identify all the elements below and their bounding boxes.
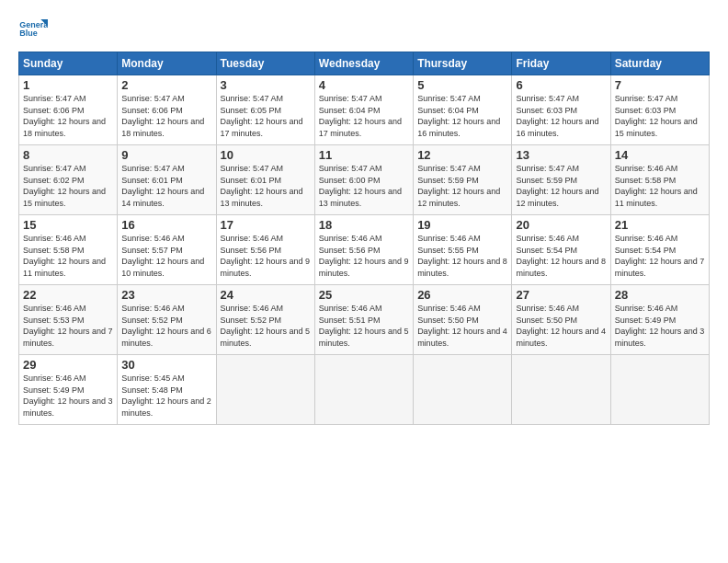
- col-header-thursday: Thursday: [414, 52, 512, 75]
- calendar-cell: 7 Sunrise: 5:47 AMSunset: 6:03 PMDayligh…: [610, 75, 709, 145]
- day-info: Sunrise: 5:46 AMSunset: 5:54 PMDaylight:…: [516, 234, 606, 278]
- calendar-cell: 22 Sunrise: 5:46 AMSunset: 5:53 PMDaylig…: [19, 285, 118, 355]
- day-number: 4: [319, 78, 409, 92]
- calendar-cell: 10 Sunrise: 5:47 AMSunset: 6:01 PMDaylig…: [216, 145, 314, 215]
- calendar-cell: 9 Sunrise: 5:47 AMSunset: 6:01 PMDayligh…: [118, 145, 216, 215]
- day-info: Sunrise: 5:46 AMSunset: 5:54 PMDaylight:…: [615, 234, 705, 278]
- day-info: Sunrise: 5:46 AMSunset: 5:58 PMDaylight:…: [23, 234, 106, 278]
- calendar-cell: [216, 355, 314, 425]
- calendar-cell: 19 Sunrise: 5:46 AMSunset: 5:55 PMDaylig…: [414, 215, 512, 285]
- logo: General Blue: [18, 15, 48, 44]
- calendar-cell: 29 Sunrise: 5:46 AMSunset: 5:49 PMDaylig…: [19, 355, 118, 425]
- day-info: Sunrise: 5:46 AMSunset: 5:56 PMDaylight:…: [221, 234, 311, 278]
- calendar-cell: 2 Sunrise: 5:47 AMSunset: 6:06 PMDayligh…: [118, 75, 216, 145]
- day-number: 11: [319, 148, 409, 162]
- day-info: Sunrise: 5:47 AMSunset: 6:04 PMDaylight:…: [417, 94, 500, 138]
- calendar-cell: 26 Sunrise: 5:46 AMSunset: 5:50 PMDaylig…: [414, 285, 512, 355]
- day-number: 14: [615, 148, 705, 162]
- calendar-cell: 30 Sunrise: 5:45 AMSunset: 5:48 PMDaylig…: [118, 355, 216, 425]
- svg-text:Blue: Blue: [19, 29, 37, 38]
- calendar-cell: 11 Sunrise: 5:47 AMSunset: 6:00 PMDaylig…: [314, 145, 413, 215]
- day-info: Sunrise: 5:46 AMSunset: 5:50 PMDaylight:…: [417, 304, 507, 348]
- day-info: Sunrise: 5:46 AMSunset: 5:58 PMDaylight:…: [615, 164, 698, 208]
- calendar-cell: 1 Sunrise: 5:47 AMSunset: 6:06 PMDayligh…: [19, 75, 118, 145]
- day-info: Sunrise: 5:47 AMSunset: 5:59 PMDaylight:…: [516, 164, 598, 208]
- day-number: 23: [121, 288, 211, 302]
- col-header-wednesday: Wednesday: [314, 52, 413, 75]
- day-info: Sunrise: 5:47 AMSunset: 6:06 PMDaylight:…: [23, 94, 106, 138]
- day-number: 17: [221, 218, 311, 232]
- day-info: Sunrise: 5:47 AMSunset: 6:06 PMDaylight:…: [121, 94, 204, 138]
- calendar-cell: 17 Sunrise: 5:46 AMSunset: 5:56 PMDaylig…: [216, 215, 314, 285]
- day-info: Sunrise: 5:47 AMSunset: 6:00 PMDaylight:…: [319, 164, 402, 208]
- day-number: 26: [417, 288, 507, 302]
- day-number: 19: [417, 218, 507, 232]
- calendar-cell: [512, 355, 610, 425]
- calendar-cell: 21 Sunrise: 5:46 AMSunset: 5:54 PMDaylig…: [610, 215, 709, 285]
- day-number: 20: [516, 218, 606, 232]
- day-info: Sunrise: 5:46 AMSunset: 5:49 PMDaylight:…: [615, 304, 705, 348]
- calendar-cell: [414, 355, 512, 425]
- calendar-cell: 12 Sunrise: 5:47 AMSunset: 5:59 PMDaylig…: [414, 145, 512, 215]
- day-info: Sunrise: 5:46 AMSunset: 5:56 PMDaylight:…: [319, 234, 409, 278]
- calendar-cell: 5 Sunrise: 5:47 AMSunset: 6:04 PMDayligh…: [414, 75, 512, 145]
- day-number: 2: [121, 78, 211, 92]
- day-info: Sunrise: 5:46 AMSunset: 5:49 PMDaylight:…: [23, 373, 113, 418]
- day-number: 27: [516, 288, 606, 302]
- day-number: 12: [417, 148, 507, 162]
- day-number: 10: [221, 148, 311, 162]
- calendar-cell: 16 Sunrise: 5:46 AMSunset: 5:57 PMDaylig…: [118, 215, 216, 285]
- day-number: 29: [23, 358, 113, 372]
- col-header-friday: Friday: [512, 52, 610, 75]
- calendar-cell: 14 Sunrise: 5:46 AMSunset: 5:58 PMDaylig…: [610, 145, 709, 215]
- calendar-cell: 25 Sunrise: 5:46 AMSunset: 5:51 PMDaylig…: [314, 285, 413, 355]
- calendar-cell: 18 Sunrise: 5:46 AMSunset: 5:56 PMDaylig…: [314, 215, 413, 285]
- day-number: 6: [516, 78, 606, 92]
- day-number: 16: [121, 218, 211, 232]
- logo-icon: General Blue: [18, 15, 48, 44]
- day-number: 22: [23, 288, 113, 302]
- day-info: Sunrise: 5:46 AMSunset: 5:52 PMDaylight:…: [221, 304, 311, 348]
- day-info: Sunrise: 5:47 AMSunset: 6:01 PMDaylight:…: [121, 164, 204, 208]
- day-number: 30: [121, 358, 211, 372]
- day-number: 5: [417, 78, 507, 92]
- day-info: Sunrise: 5:45 AMSunset: 5:48 PMDaylight:…: [121, 373, 211, 418]
- col-header-sunday: Sunday: [19, 52, 118, 75]
- calendar-cell: 15 Sunrise: 5:46 AMSunset: 5:58 PMDaylig…: [19, 215, 118, 285]
- day-number: 3: [221, 78, 311, 92]
- col-header-monday: Monday: [118, 52, 216, 75]
- day-info: Sunrise: 5:47 AMSunset: 6:01 PMDaylight:…: [221, 164, 303, 208]
- day-number: 1: [23, 78, 113, 92]
- calendar-cell: 8 Sunrise: 5:47 AMSunset: 6:02 PMDayligh…: [19, 145, 118, 215]
- calendar-cell: 6 Sunrise: 5:47 AMSunset: 6:03 PMDayligh…: [512, 75, 610, 145]
- day-info: Sunrise: 5:46 AMSunset: 5:52 PMDaylight:…: [121, 304, 211, 348]
- day-info: Sunrise: 5:47 AMSunset: 6:05 PMDaylight:…: [221, 94, 303, 138]
- calendar-cell: 3 Sunrise: 5:47 AMSunset: 6:05 PMDayligh…: [216, 75, 314, 145]
- day-number: 7: [615, 78, 705, 92]
- calendar-cell: 20 Sunrise: 5:46 AMSunset: 5:54 PMDaylig…: [512, 215, 610, 285]
- day-info: Sunrise: 5:46 AMSunset: 5:51 PMDaylight:…: [319, 304, 409, 348]
- day-info: Sunrise: 5:47 AMSunset: 5:59 PMDaylight:…: [417, 164, 500, 208]
- calendar-cell: 27 Sunrise: 5:46 AMSunset: 5:50 PMDaylig…: [512, 285, 610, 355]
- day-number: 15: [23, 218, 113, 232]
- day-number: 21: [615, 218, 705, 232]
- day-info: Sunrise: 5:47 AMSunset: 6:03 PMDaylight:…: [516, 94, 598, 138]
- col-header-tuesday: Tuesday: [216, 52, 314, 75]
- day-info: Sunrise: 5:46 AMSunset: 5:57 PMDaylight:…: [121, 234, 204, 278]
- col-header-saturday: Saturday: [610, 52, 709, 75]
- calendar-cell: 4 Sunrise: 5:47 AMSunset: 6:04 PMDayligh…: [314, 75, 413, 145]
- calendar-cell: 28 Sunrise: 5:46 AMSunset: 5:49 PMDaylig…: [610, 285, 709, 355]
- calendar-cell: 13 Sunrise: 5:47 AMSunset: 5:59 PMDaylig…: [512, 145, 610, 215]
- day-info: Sunrise: 5:47 AMSunset: 6:02 PMDaylight:…: [23, 164, 106, 208]
- day-info: Sunrise: 5:46 AMSunset: 5:53 PMDaylight:…: [23, 304, 113, 348]
- calendar-cell: [610, 355, 709, 425]
- day-number: 9: [121, 148, 211, 162]
- calendar-cell: [314, 355, 413, 425]
- day-number: 18: [319, 218, 409, 232]
- day-info: Sunrise: 5:47 AMSunset: 6:04 PMDaylight:…: [319, 94, 402, 138]
- calendar-table: SundayMondayTuesdayWednesdayThursdayFrid…: [18, 52, 710, 425]
- day-info: Sunrise: 5:47 AMSunset: 6:03 PMDaylight:…: [615, 94, 698, 138]
- day-number: 24: [221, 288, 311, 302]
- day-info: Sunrise: 5:46 AMSunset: 5:50 PMDaylight:…: [516, 304, 606, 348]
- day-number: 28: [615, 288, 705, 302]
